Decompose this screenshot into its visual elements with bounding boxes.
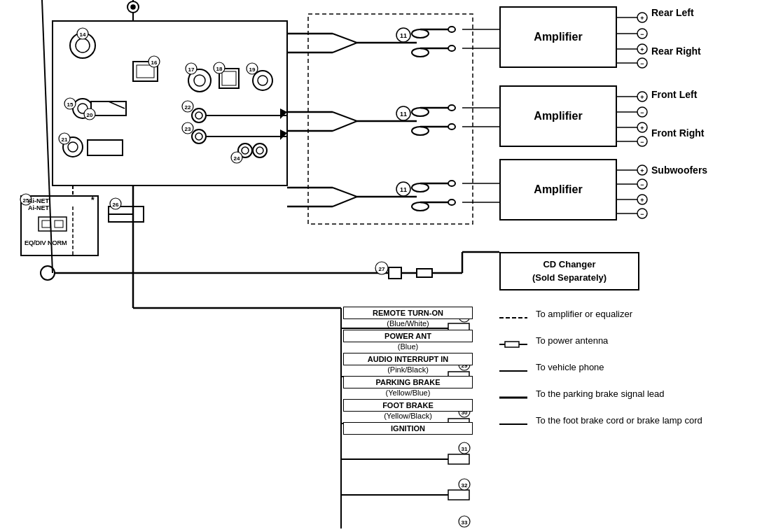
svg-point-158 bbox=[59, 133, 70, 144]
svg-point-150 bbox=[186, 63, 197, 74]
legend-line-solid-parking bbox=[499, 393, 527, 405]
svg-text:−: − bbox=[640, 109, 644, 116]
svg-point-164 bbox=[231, 152, 242, 163]
amplifier-label-3: Amplifier bbox=[534, 183, 582, 196]
label-audio-interrupt: AUDIO INTERRUPT IN bbox=[343, 353, 473, 365]
legend-item-antenna: To power antenna bbox=[499, 335, 765, 351]
svg-point-110 bbox=[637, 58, 647, 68]
svg-point-21 bbox=[195, 133, 202, 140]
svg-marker-70 bbox=[280, 130, 287, 140]
svg-point-52 bbox=[396, 106, 410, 120]
svg-point-184 bbox=[127, 1, 139, 13]
amplifier-label-2: Amplifier bbox=[534, 110, 582, 122]
svg-point-16 bbox=[68, 142, 78, 152]
legend-text-phone: To vehicle phone bbox=[536, 361, 604, 374]
svg-text:−: − bbox=[640, 60, 644, 67]
legend-item-phone: To vehicle phone bbox=[499, 361, 765, 378]
svg-rect-193 bbox=[505, 342, 519, 347]
sublabel-pink-black: (Pink/Black) bbox=[343, 365, 473, 374]
svg-text:−: − bbox=[640, 31, 644, 38]
svg-text:11: 11 bbox=[400, 186, 407, 193]
svg-text:+: + bbox=[640, 197, 644, 204]
svg-point-152 bbox=[214, 62, 225, 74]
svg-text:+: + bbox=[640, 46, 644, 53]
svg-text:+: + bbox=[640, 15, 644, 22]
svg-text:19: 19 bbox=[249, 66, 256, 73]
legend-text-footbrake: To the foot brake cord or brake lamp cor… bbox=[536, 414, 702, 427]
svg-text:Ai-NET: Ai-NET bbox=[28, 204, 49, 211]
svg-text:33: 33 bbox=[462, 519, 468, 526]
svg-point-39 bbox=[396, 28, 410, 42]
svg-rect-5 bbox=[133, 62, 158, 81]
svg-point-59 bbox=[412, 183, 429, 192]
sublabel-yellow-black: (Yellow/Black) bbox=[343, 412, 473, 420]
svg-point-24 bbox=[253, 144, 267, 158]
svg-rect-6 bbox=[137, 65, 154, 78]
svg-rect-13 bbox=[91, 102, 126, 115]
svg-point-148 bbox=[148, 56, 160, 67]
svg-point-15 bbox=[63, 137, 83, 157]
svg-text:11: 11 bbox=[400, 32, 407, 39]
svg-text:−: − bbox=[640, 211, 644, 218]
label-parking-brake: PARKING BRAKE bbox=[343, 376, 473, 388]
sublabel-blue: (Blue) bbox=[343, 342, 473, 351]
legend-item-footbrake: To the foot brake cord or brake lamp cor… bbox=[499, 414, 765, 431]
svg-text:+: + bbox=[640, 167, 644, 174]
svg-point-20 bbox=[192, 130, 206, 144]
label-remote-turn-on: REMOTE TURN-ON bbox=[343, 307, 473, 319]
svg-text:−: − bbox=[640, 139, 644, 146]
svg-point-18 bbox=[192, 108, 206, 122]
svg-point-36 bbox=[412, 48, 429, 57]
svg-point-7 bbox=[188, 69, 211, 92]
svg-text:18: 18 bbox=[216, 66, 223, 72]
svg-point-11 bbox=[253, 71, 272, 90]
svg-point-156 bbox=[84, 108, 95, 120]
svg-rect-27 bbox=[308, 14, 473, 224]
svg-point-112 bbox=[637, 92, 647, 102]
label-power-ant: POWER ANT bbox=[343, 330, 473, 342]
svg-point-62 bbox=[412, 202, 429, 211]
svg-point-144 bbox=[77, 28, 88, 39]
svg-point-154 bbox=[247, 63, 258, 74]
svg-text:26: 26 bbox=[113, 202, 119, 208]
svg-point-12 bbox=[258, 76, 268, 85]
svg-rect-9 bbox=[219, 69, 239, 88]
ai-net-label: Ai-NET bbox=[28, 197, 49, 204]
svg-point-122 bbox=[637, 179, 647, 189]
diagram-container: 11 11 11 bbox=[0, 0, 776, 532]
channel-rear-right: Rear Right bbox=[651, 46, 701, 57]
svg-point-104 bbox=[637, 13, 647, 22]
svg-line-14 bbox=[109, 102, 125, 108]
svg-point-185 bbox=[131, 5, 135, 9]
legend-line-connector bbox=[499, 340, 527, 351]
svg-point-182 bbox=[459, 516, 470, 527]
wiring-diagram-svg: 11 11 11 bbox=[0, 0, 776, 532]
legend-text-antenna: To power antenna bbox=[536, 335, 608, 347]
svg-point-160 bbox=[182, 101, 193, 112]
cd-changer-label: CD Changer(Sold Separately) bbox=[532, 258, 607, 284]
svg-line-190 bbox=[42, 0, 53, 273]
svg-point-170 bbox=[375, 262, 388, 274]
channel-front-right: Front Right bbox=[651, 127, 704, 139]
svg-rect-137 bbox=[448, 454, 469, 464]
svg-line-56 bbox=[333, 188, 357, 197]
svg-rect-75 bbox=[39, 217, 67, 231]
amplifier-box-2: Amplifier bbox=[499, 85, 617, 147]
channel-subwoofers: Subwoofers bbox=[651, 164, 707, 176]
svg-line-30 bbox=[333, 34, 357, 43]
svg-point-4 bbox=[78, 104, 88, 113]
legend-line-solid-phone bbox=[499, 366, 527, 378]
legend-text-parking: To the parking brake signal lead bbox=[536, 388, 665, 400]
svg-point-114 bbox=[637, 107, 647, 117]
amplifier-label-1: Amplifier bbox=[534, 31, 582, 43]
cd-changer-box: CD Changer(Sold Separately) bbox=[499, 252, 639, 290]
svg-rect-0 bbox=[53, 21, 287, 186]
svg-point-8 bbox=[194, 75, 205, 86]
legend-item-amplifier: To amplifier or equalizer bbox=[499, 308, 765, 325]
svg-point-108 bbox=[637, 44, 647, 54]
svg-rect-86 bbox=[417, 269, 432, 277]
svg-point-65 bbox=[396, 182, 410, 196]
label-foot-brake: FOOT BRAKE bbox=[343, 399, 473, 412]
legend-text-amplifier: To amplifier or equalizer bbox=[536, 308, 632, 321]
svg-text:23: 23 bbox=[185, 126, 191, 132]
